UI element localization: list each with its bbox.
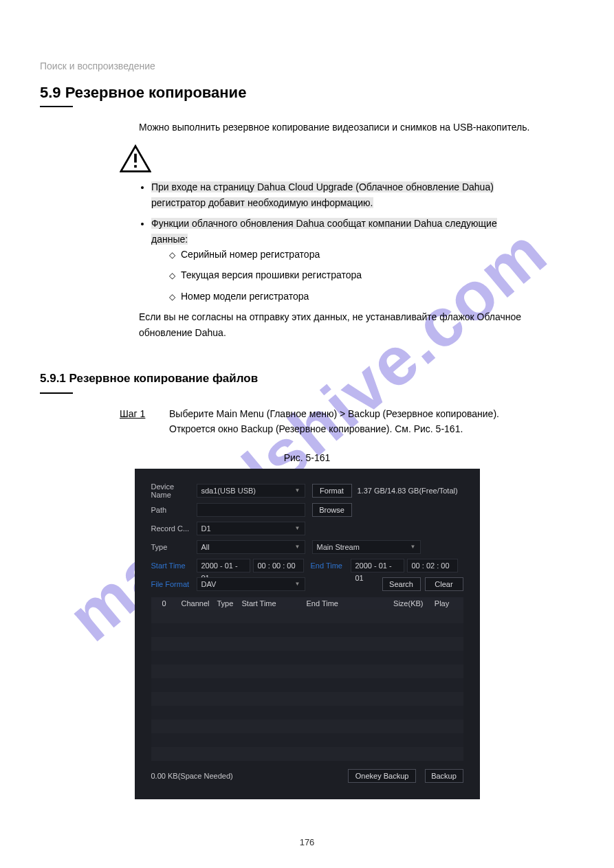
end-date-input[interactable]: 2000 - 01 - 01: [351, 559, 404, 572]
page-header: Поиск и воспроизведение: [40, 60, 574, 71]
record-channel-value: D1: [201, 522, 211, 535]
results-table: 0 Channel Type Start Time End Time Size(…: [151, 597, 463, 761]
col-count: 0: [151, 599, 177, 608]
label-start-time: Start Time: [151, 561, 197, 570]
table-row: [151, 747, 463, 761]
onekey-backup-button[interactable]: Onekey Backup: [348, 769, 417, 783]
chevron-down-icon: ▼: [295, 578, 300, 590]
label-record-channel: Record C...: [151, 524, 197, 533]
file-format-select[interactable]: DAV ▼: [197, 577, 305, 591]
caution-icon: [120, 144, 574, 175]
step1-note: Откроется окно Backup (Резервное копиров…: [169, 421, 574, 436]
table-row: [151, 623, 463, 637]
clear-button[interactable]: Clear: [425, 577, 463, 591]
label-end-time: End Time: [311, 561, 351, 570]
step1-text: Выберите Main Menu (Главное меню) > Back…: [169, 406, 574, 421]
browse-button[interactable]: Browse: [312, 503, 352, 517]
heading-number: 5.9: [40, 84, 61, 101]
heading-title: Резервное копирование: [65, 84, 247, 101]
format-button[interactable]: Format: [312, 484, 352, 498]
caution-b2-a: Функции облачного обновления Dahua сообщ…: [151, 218, 497, 229]
caution-b2-b: данные:: [151, 234, 188, 245]
label-file-format: File Format: [151, 580, 197, 588]
col-channel: Channel: [177, 599, 213, 608]
heading2-rule: [40, 392, 73, 394]
file-format-value: DAV: [201, 578, 217, 590]
label-device-name: Device Name: [151, 482, 197, 499]
record-channel-select[interactable]: D1 ▼: [197, 522, 305, 535]
start-date-input[interactable]: 2000 - 01 - 01: [197, 559, 250, 572]
end-time-input[interactable]: 00 : 02 : 00: [407, 559, 458, 572]
backup-panel: Device Name sda1(USB USB) ▼ Format 1.37 …: [135, 469, 480, 799]
device-name-value: sda1(USB USB): [201, 485, 256, 497]
chevron-down-icon: ▼: [295, 522, 300, 535]
table-row: [151, 720, 463, 733]
table-row: [151, 651, 463, 665]
chevron-down-icon: ▼: [295, 485, 300, 497]
table-header: 0 Channel Type Start Time End Time Size(…: [151, 597, 463, 610]
heading2-number: 5.9.1: [40, 372, 66, 385]
caution-bullet-1: При входе на страницу Dahua Cloud Upgrad…: [151, 179, 574, 210]
svg-rect-0: [134, 154, 137, 163]
heading-backup-files: 5.9.1 Резервное копирование файлов: [40, 372, 574, 386]
col-start: Start Time: [238, 599, 303, 608]
col-type: Type: [213, 599, 238, 608]
storage-size-text: 1.37 GB/14.83 GB(Free/Total): [358, 487, 458, 495]
caution-b1-b: регистратор добавит необходимую информац…: [151, 197, 373, 208]
label-type: Type: [151, 543, 197, 551]
caution-sub-2: Текущая версия прошивки регистратора: [169, 267, 574, 282]
table-row: [151, 637, 463, 651]
chevron-down-icon: ▼: [410, 541, 416, 553]
search-button[interactable]: Search: [382, 577, 421, 591]
table-row: [151, 733, 463, 747]
path-input[interactable]: [197, 503, 305, 517]
table-row: [151, 692, 463, 706]
heading-backup: 5.9 Резервное копирование: [40, 84, 574, 102]
backup-button[interactable]: Backup: [425, 769, 463, 783]
col-end: End Time: [303, 599, 378, 608]
col-size: Size(KB): [378, 599, 428, 608]
space-needed-text: 0.00 KB(Space Needed): [151, 772, 233, 780]
stream-value: Main Stream: [317, 541, 360, 553]
caution-bullet-2: Функции облачного обновления Dahua сообщ…: [151, 216, 574, 304]
stream-select[interactable]: Main Stream ▼: [312, 540, 421, 554]
chevron-down-icon: ▼: [295, 541, 300, 553]
caution-sub-1: Серийный номер регистратора: [169, 247, 574, 262]
caution-trailer: Если вы не согласны на отправку этих дан…: [139, 309, 574, 340]
step1-label: Шаг 1: [120, 406, 169, 437]
heading-rule: [40, 106, 73, 107]
type-value: All: [201, 541, 210, 553]
start-time-input[interactable]: 00 : 00 : 00: [253, 559, 304, 572]
caution-sub-3: Номер модели регистратора: [169, 289, 574, 304]
device-name-select[interactable]: sda1(USB USB) ▼: [197, 484, 305, 498]
caution-b1-a: При входе на страницу Dahua Cloud Upgrad…: [151, 181, 494, 192]
label-path: Path: [151, 506, 197, 514]
page-number: 176: [300, 837, 315, 847]
type-select[interactable]: All ▼: [197, 540, 305, 554]
svg-rect-1: [134, 166, 137, 168]
col-play: Play: [428, 599, 457, 608]
heading2-title: Резервное копирование файлов: [69, 372, 259, 385]
table-row: [151, 678, 463, 692]
figure-caption: Рис. 5-161: [40, 452, 574, 463]
table-row: [151, 665, 463, 678]
table-row: [151, 610, 463, 623]
table-row: [151, 706, 463, 720]
lead-paragraph: Можно выполнить резервное копирование ви…: [139, 120, 574, 135]
